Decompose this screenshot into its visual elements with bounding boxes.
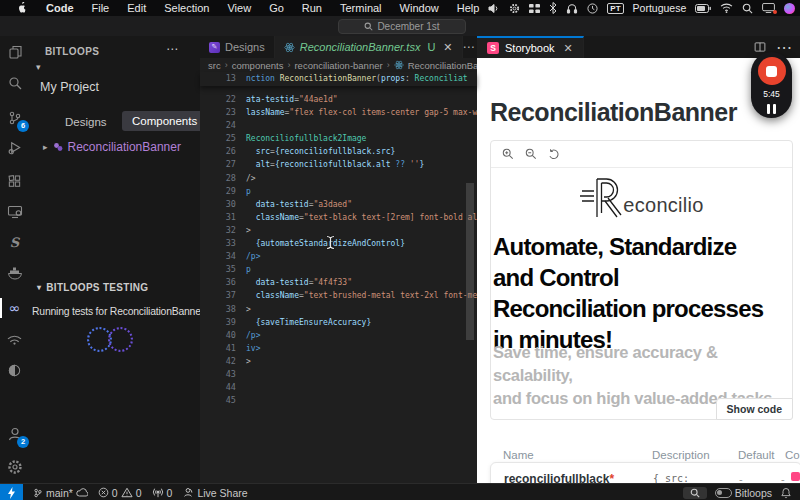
project-name[interactable]: My Project <box>40 80 99 94</box>
explorer-icon[interactable] <box>0 40 29 64</box>
accounts-icon[interactable]: 2 <box>0 422 29 446</box>
menu-edit[interactable]: Edit <box>118 2 155 14</box>
search-sidebar-icon[interactable] <box>0 71 29 95</box>
half-circle-icon[interactable] <box>0 358 29 382</box>
bluetooth-icon[interactable] <box>549 2 557 14</box>
code-line-28[interactable]: 28/> <box>200 172 477 185</box>
extensions-icon[interactable] <box>0 169 29 193</box>
menu-terminal[interactable]: Terminal <box>331 2 391 14</box>
sidebar-more-actions[interactable]: ⋯ <box>166 42 178 56</box>
code-line-41[interactable]: 41iv> <box>200 342 477 355</box>
input-source-icon[interactable]: PT <box>607 3 623 14</box>
bitloops-testing-header[interactable]: ▾ BITLOOPS TESTING <box>37 282 148 293</box>
input-language-label[interactable]: Portuguese <box>633 2 687 14</box>
code-line-26[interactable]: 26 src={reconciliofullblack.src} <box>200 145 477 158</box>
code-line-44[interactable]: 44 <box>200 381 477 394</box>
tab-reconciliation-banner[interactable]: ReconciliationBanner.tsx U ✕ <box>275 36 463 58</box>
tab-designs-editor[interactable]: ✎ Designs <box>200 36 275 58</box>
apple-icon[interactable] <box>8 2 37 14</box>
mission-control-icon[interactable] <box>529 3 540 14</box>
remote-explorer-icon[interactable] <box>0 199 29 223</box>
breadcrumb-item-components[interactable]: components <box>232 60 284 71</box>
s-extension-icon[interactable]: S <box>0 230 29 254</box>
code-line-37[interactable]: 37 className="text-brushed-metal text-2x… <box>200 289 477 302</box>
code-line-13[interactable]: 13nction ReconciliationBanner(props: Rec… <box>200 72 477 85</box>
menu-selection[interactable]: Selection <box>155 2 218 14</box>
breadcrumb-item-ReconciliationBan[interactable]: ReconciliationBan <box>408 60 477 71</box>
stop-recording-button[interactable] <box>758 57 786 85</box>
control-object-icon[interactable] <box>791 472 800 481</box>
code-line-24[interactable]: 24 <box>200 119 477 132</box>
pause-recording-button[interactable] <box>767 104 776 114</box>
menu-file[interactable]: File <box>83 2 119 14</box>
code-line-35[interactable]: 35p <box>200 263 477 276</box>
code-line-42[interactable]: 42> <box>200 355 477 368</box>
code-line-29[interactable]: 29p <box>200 185 477 198</box>
arg-control[interactable]: - <box>781 473 785 483</box>
chevron-down-icon[interactable]: ▾ <box>36 62 41 72</box>
bitloops-toggle[interactable]: Bitloops <box>715 487 772 499</box>
menu-help[interactable]: Help <box>448 2 489 14</box>
siri-icon[interactable] <box>784 3 795 14</box>
tab-storybook[interactable]: S Storybook ✕ <box>477 36 584 58</box>
split-editor-icon[interactable] <box>754 41 766 53</box>
time-machine-icon[interactable] <box>587 3 598 14</box>
code-line-22[interactable]: 22ata-testid="44ae1d" <box>200 93 477 106</box>
live-share-status[interactable]: Live Share <box>182 487 247 499</box>
menu-window[interactable]: Window <box>391 2 448 14</box>
code-line-40[interactable]: 40/p> <box>200 329 477 342</box>
code-line-33[interactable]: 33 {automateStandardizeAndControl} <box>200 237 477 250</box>
notifications-bell-icon[interactable] <box>780 487 792 499</box>
source-control-icon[interactable]: 6 <box>0 106 29 130</box>
volume-icon[interactable] <box>488 3 500 14</box>
args-table-row[interactable]: reconciliofullblack* { src: - - <box>490 462 800 483</box>
menu-view[interactable]: View <box>218 2 260 14</box>
close-icon[interactable]: ✕ <box>564 42 573 55</box>
spotlight-icon[interactable] <box>742 3 753 14</box>
code-line-39[interactable]: 39 {saveTimeEnsureAccuracy} <box>200 316 477 329</box>
command-center-search[interactable]: December 1st <box>338 19 466 34</box>
editor-scrollbar[interactable] <box>466 183 474 340</box>
ports-status[interactable]: 0 <box>152 487 173 499</box>
breadcrumb-item-reconciliation-banner[interactable]: reconciliation-banner <box>294 60 382 71</box>
breadcrumb-item-src[interactable]: src <box>208 60 221 71</box>
code-line-32[interactable]: 32> <box>200 224 477 237</box>
show-code-button[interactable]: Show code <box>716 398 793 420</box>
problems-status[interactable]: 0 0 <box>98 487 142 499</box>
screen-mirroring-icon[interactable] <box>762 3 775 13</box>
headphones-icon[interactable] <box>566 3 578 14</box>
docker-icon[interactable] <box>0 261 29 285</box>
menu-run[interactable]: Run <box>293 2 331 14</box>
code-line-25[interactable]: 25Reconciliofullblack2Image <box>200 132 477 145</box>
code-area[interactable]: 22ata-testid="44ae1d"23lassName="flex fl… <box>200 93 477 483</box>
close-icon[interactable]: ✕ <box>443 41 452 54</box>
menu-code[interactable]: Code <box>37 2 83 14</box>
remote-indicator[interactable] <box>0 484 23 500</box>
menu-go[interactable]: Go <box>260 2 293 14</box>
tab-components[interactable]: Components <box>122 111 207 131</box>
settings-gear-icon[interactable] <box>509 3 520 14</box>
code-line-31[interactable]: 31 className="text-black text-[2rem] fon… <box>200 211 477 224</box>
manage-gear-icon[interactable] <box>0 455 29 479</box>
code-line-45[interactable]: 45 <box>200 394 477 407</box>
code-line-43[interactable]: 43 <box>200 368 477 381</box>
tree-item-reconciliation-banner[interactable]: ▸ ReconciliationBanner <box>43 140 181 154</box>
code-line-36[interactable]: 36 data-testid="4f4f33" <box>200 276 477 289</box>
bitloops-testing-icon[interactable]: ∞ <box>0 296 29 320</box>
code-line-34[interactable]: 34/p> <box>200 250 477 263</box>
breadcrumb[interactable]: src›components›reconciliation-banner›Rec… <box>200 58 477 72</box>
code-line-27[interactable]: 27 alt={reconciliofullblack.alt ?? ''} <box>200 158 477 171</box>
zoom-out-icon[interactable] <box>525 148 537 160</box>
sticky-scroll-line[interactable]: 13nction ReconciliationBanner(props: Rec… <box>200 72 477 86</box>
zoom-reset-icon[interactable] <box>548 148 560 160</box>
wifi-icon[interactable] <box>720 3 733 13</box>
zoom-in-icon[interactable] <box>502 148 514 160</box>
code-line-38[interactable]: 38> <box>200 303 477 316</box>
run-debug-icon[interactable] <box>0 135 29 159</box>
tab-designs[interactable]: Designs <box>57 113 115 131</box>
code-line-30[interactable]: 30 data-testid="a3daed" <box>200 198 477 211</box>
signal-icon[interactable] <box>0 326 29 350</box>
branch-status[interactable]: main* <box>33 487 88 499</box>
code-line-23[interactable]: 23lassName="flex flex-col items-center g… <box>200 106 477 119</box>
zoom-status[interactable] <box>683 487 707 499</box>
